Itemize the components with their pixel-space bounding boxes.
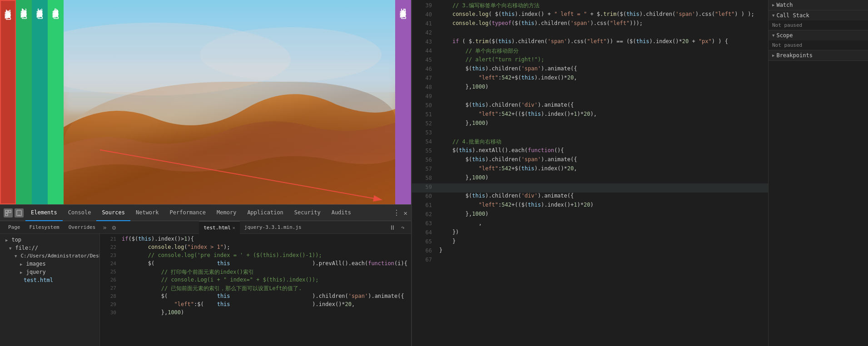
file-tree: top file:// C:/Users/Administrator/Deskt…	[0, 234, 100, 346]
images-label: images	[26, 261, 45, 267]
tab-console[interactable]: Console	[63, 205, 97, 221]
code-line-27: 27 // 已知前面元素的索引，那么下面可以设置Left的值了.	[100, 285, 411, 293]
call-stack-label: Call Stack	[776, 12, 809, 19]
tab-application[interactable]: Application	[242, 205, 288, 221]
devtools-panel: Elements Console Sources Network Perform…	[0, 204, 411, 346]
tab-network[interactable]: Network	[130, 205, 164, 221]
subtab-overrides[interactable]: Overrides	[64, 221, 100, 234]
code-line-22: 22 console.log("index > 1");	[100, 244, 411, 252]
top-folder-icon	[5, 237, 8, 243]
color-tab-2[interactable]: 非洲景色2	[16, 0, 32, 204]
file-tab-test-html-label: test.html	[203, 225, 231, 231]
editor-line-54: 54 // 4.批量向右移动	[412, 138, 768, 147]
inspect-icon[interactable]	[4, 208, 13, 217]
editor-line-50: 50 $(this).children('div').animate({	[412, 102, 768, 111]
desert-svg	[64, 0, 395, 204]
editor-line-62: 62 },1000)	[412, 211, 768, 220]
svg-rect-5	[5, 210, 8, 213]
tab-3-label: 非洲景色3	[35, 5, 44, 13]
breakpoints-section: ▶ Breakpoints	[769, 50, 868, 61]
code-line-29: 29 "left":$(this).index()*20,	[100, 301, 411, 309]
editor-line-52: 52 },1000)	[412, 120, 768, 129]
tab-sources[interactable]: Sources	[96, 205, 130, 221]
editor-line-65: 65 }	[412, 238, 768, 247]
scope-header[interactable]: ▼ Scope	[769, 30, 868, 40]
editor-main: 39 // 3.编写标签单个向右移动的方法 40 console.log( $(…	[412, 0, 868, 346]
watch-header[interactable]: ▶ Watch	[769, 0, 868, 10]
tab-4-label: 非洲景色4	[51, 5, 60, 13]
desktop-folder-icon	[15, 253, 17, 259]
call-stack-content: Not paused	[769, 20, 868, 30]
watch-section: ▶ Watch	[769, 0, 868, 10]
tab-5-label: 非洲景色5	[399, 5, 407, 13]
images-folder-icon	[20, 261, 22, 267]
close-test-html-icon[interactable]: ✕	[233, 225, 235, 230]
subtab-page[interactable]: Page	[4, 221, 25, 234]
scope-content: Not paused	[769, 40, 868, 50]
editor-line-64: 64 })	[412, 229, 768, 238]
scope-section: ▼ Scope Not paused	[769, 30, 868, 50]
editor-line-66: 66 }	[412, 247, 768, 256]
scope-label: Scope	[776, 32, 793, 39]
code-line-30: 30 },1000)	[100, 309, 411, 317]
editor-line-42: 42	[412, 29, 768, 38]
call-stack-arrow-icon: ▼	[772, 13, 774, 18]
color-tab-3[interactable]: 非洲景色3	[32, 0, 48, 204]
svg-rect-6	[9, 210, 11, 213]
mobile-icon[interactable]	[15, 208, 24, 217]
file-tab-test-html[interactable]: test.html ✕	[199, 221, 240, 234]
desert-image	[64, 0, 395, 204]
editor-line-61: 61 "left":542+(($(this).index()+1)*20)	[412, 202, 768, 211]
file-protocol-label: file://	[15, 245, 38, 251]
subtab-more-icon[interactable]: »	[100, 224, 109, 231]
editor-line-48: 48 },1000)	[412, 84, 768, 93]
test-html-label: test.html	[24, 277, 53, 283]
editor-line-56: 56 $(this).children('span').animate({	[412, 156, 768, 165]
tab-security[interactable]: Security	[289, 205, 326, 221]
editor-line-57: 57 "left":542+$(this).index()*20,	[412, 165, 768, 174]
code-line-28: 28 $(this).children('span').animate({	[100, 293, 411, 301]
code-line-23: 23 // console.log('pre index = ' + ($(th…	[100, 252, 411, 260]
subtab-settings-icon[interactable]: ⚙	[109, 224, 119, 231]
color-tab-4[interactable]: 非洲景色4	[48, 0, 64, 204]
code-line-21: 21 if($(this).index()>1){	[100, 236, 411, 244]
svg-rect-7	[5, 213, 8, 216]
close-devtools-button[interactable]: ✕	[404, 209, 407, 217]
editor-line-51: 51 "left":542+(($(this).index()+1)*20),	[412, 111, 768, 120]
editor-line-47: 47 "left":542+$(this).index()*20,	[412, 74, 768, 84]
step-icon[interactable]: ↷	[398, 224, 407, 231]
svg-point-2	[200, 27, 382, 82]
desktop-label: C:/Users/Administrator/Desktop/HT	[20, 253, 100, 259]
file-tab-jquery-label: jquery-3.3.1.min.js	[244, 224, 302, 230]
tab-performance[interactable]: Performance	[164, 205, 211, 221]
jquery-folder-icon	[20, 269, 22, 275]
editor-code-area[interactable]: 39 // 3.编写标签单个向右移动的方法 40 console.log( $(…	[412, 0, 768, 346]
tab-audits[interactable]: Audits	[326, 205, 357, 221]
pause-icon[interactable]: ⏸	[387, 224, 398, 231]
breakpoints-label: Breakpoints	[776, 52, 812, 59]
tree-item-file-protocol[interactable]: file://	[0, 244, 99, 252]
watch-label: Watch	[776, 2, 793, 8]
editor-line-44: 44 // 单个向右移动部分	[412, 47, 768, 56]
tree-item-top[interactable]: top	[0, 236, 99, 244]
call-stack-header[interactable]: ▼ Call Stack	[769, 10, 868, 20]
tree-item-test-html[interactable]: test.html	[0, 276, 99, 284]
color-tab-1[interactable]: 非洲景色1	[0, 0, 16, 204]
editor-line-55: 55 $(this).nextAll().each(function(){	[412, 147, 768, 156]
breakpoints-header[interactable]: ▶ Breakpoints	[769, 50, 868, 60]
editor-line-58: 58 },1000)	[412, 174, 768, 183]
color-tab-5[interactable]: 非洲景色5	[395, 0, 411, 204]
editor-line-67: 67	[412, 256, 768, 265]
tree-item-desktop[interactable]: C:/Users/Administrator/Desktop/HT	[0, 252, 99, 260]
editor-line-41: 41 console.log(typeof($(this).children('…	[412, 20, 768, 29]
editor-line-59: 59	[412, 183, 768, 193]
more-options-icon[interactable]: ⋮	[393, 208, 400, 217]
tab-elements[interactable]: Elements	[25, 205, 63, 221]
file-protocol-icon	[9, 245, 11, 251]
subtab-filesystem[interactable]: Filesystem	[25, 221, 64, 234]
tab-memory[interactable]: Memory	[211, 205, 242, 221]
code-area[interactable]: 21 if($(this).index()>1){ 22 console.log…	[100, 234, 411, 346]
file-tab-jquery[interactable]: jquery-3.3.1.min.js	[240, 221, 306, 234]
tree-item-images[interactable]: images	[0, 260, 99, 268]
tree-item-jquery[interactable]: jquery	[0, 268, 99, 276]
